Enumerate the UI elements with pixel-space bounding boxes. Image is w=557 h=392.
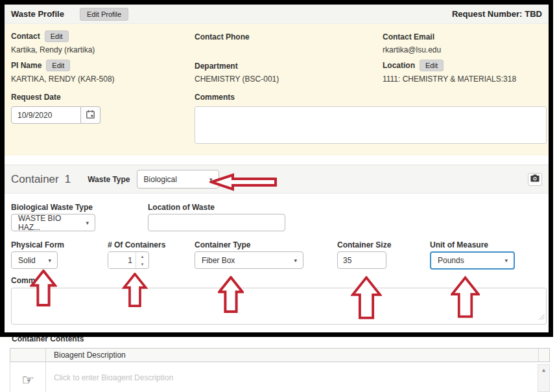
container-type-field: Container Type Fiber Box ▾ xyxy=(195,240,303,269)
location-of-waste-field: Location of Waste xyxy=(148,203,285,231)
request-number-value: TBD xyxy=(525,9,542,19)
resize-handle-icon[interactable] xyxy=(539,311,545,323)
topbar: Waste Profile Edit Profile Request Numbe… xyxy=(5,5,549,24)
waste-type-select[interactable]: Biological ▾ xyxy=(137,170,219,189)
request-number-label: Request Number: xyxy=(452,9,522,19)
physical-form-select[interactable]: Solid ▾ xyxy=(11,251,58,269)
caret-down-icon: ▾ xyxy=(294,257,297,264)
location-of-waste-label: Location of Waste xyxy=(148,203,285,212)
contact-email-value: rkartika@lsu.edu xyxy=(383,45,441,54)
pi-name-field: PI Name Edit KARTIKA, RENDY (KAR-508) xyxy=(11,60,115,84)
waste-type-label: Waste Type xyxy=(88,175,130,184)
container-header: Container1 Waste Type Biological ▾ xyxy=(5,165,549,194)
stepper-down-button[interactable]: ▾ xyxy=(136,260,148,269)
container-number: 1 xyxy=(65,173,71,185)
pi-name-label: PI Name xyxy=(11,61,41,70)
caret-down-icon: ▾ xyxy=(86,220,89,226)
physical-form-field: Physical Form Solid ▾ xyxy=(11,240,64,269)
unit-of-measure-field: Unit of Measure Pounds ▾ xyxy=(430,240,515,270)
unit-of-measure-label: Unit of Measure xyxy=(430,240,515,249)
profile-comments-label: Comments xyxy=(195,93,235,102)
caret-down-icon: ▾ xyxy=(504,257,508,264)
container-type-label: Container Type xyxy=(195,240,303,249)
container-size-input[interactable] xyxy=(337,251,386,269)
contact-email-label: Contact Email xyxy=(383,32,434,41)
physical-form-value: Solid xyxy=(18,256,36,265)
num-of-containers-input[interactable] xyxy=(108,252,136,268)
contact-label: Contact xyxy=(11,32,40,41)
contact-email-field: Contact Email rkartika@lsu.edu xyxy=(383,30,441,54)
biological-waste-type-label: Biological Waste Type xyxy=(11,203,95,212)
scrollbar-up-icon[interactable]: ▴ xyxy=(538,365,549,375)
edit-profile-button[interactable]: Edit Profile xyxy=(80,8,128,21)
caret-down-icon: ▾ xyxy=(48,257,51,264)
location-label: Location xyxy=(383,61,415,70)
quantity-stepper: ▴ ▾ xyxy=(108,251,149,269)
biological-waste-type-value: WASTE BIO HAZ... xyxy=(18,214,80,232)
num-of-containers-label: # Of Containers xyxy=(108,240,165,249)
container-comments-label: Comments xyxy=(11,276,547,285)
page-title: Waste Profile xyxy=(11,9,64,19)
biological-waste-type-field: Biological Waste Type WASTE BIO HAZ... ▾ xyxy=(11,203,95,231)
row-indicator-cell: ☞ xyxy=(10,362,46,392)
location-field: Location Edit 1111: CHEMISTRY & MATERIAL… xyxy=(383,60,516,84)
department-field: Department CHEMISTRY (BSC-001) xyxy=(195,60,279,84)
location-value: 1111: CHEMISTRY & MATERIALS:318 xyxy=(383,75,516,84)
department-label: Department xyxy=(195,62,238,71)
date-picker-button[interactable] xyxy=(81,106,101,124)
contact-value: Kartika, Rendy (rkartika) xyxy=(11,45,95,54)
profile-comments-textarea[interactable] xyxy=(195,106,547,144)
bioagent-description-cell[interactable]: Click to enter Bioagent Description xyxy=(46,362,539,392)
camera-button[interactable] xyxy=(528,173,542,186)
container-type-value: Fiber Box xyxy=(202,256,235,265)
table-header-row: Bioagent Description xyxy=(10,348,550,362)
stepper-up-button[interactable]: ▴ xyxy=(136,252,148,260)
profile-comments-field: Comments xyxy=(195,91,547,144)
container-contents-table: Bioagent Description ☞ Click to enter Bi… xyxy=(10,348,550,392)
hand-pointer-icon: ☞ xyxy=(21,372,34,388)
caret-down-icon: ▾ xyxy=(209,176,213,183)
container-size-field: Container Size xyxy=(337,240,391,269)
unit-of-measure-select[interactable]: Pounds ▾ xyxy=(430,251,515,270)
table-scrollbar[interactable]: ▴ xyxy=(538,364,550,392)
waste-request-page: Waste Profile Edit Profile Request Numbe… xyxy=(0,0,557,392)
table-header-spacer-cell xyxy=(10,349,46,362)
container-contents-title: Container Contents xyxy=(12,334,84,343)
location-of-waste-input[interactable] xyxy=(148,214,285,231)
contact-phone-field: Contact Phone xyxy=(195,30,250,54)
request-date-input[interactable] xyxy=(11,106,81,124)
waste-type-value: Biological xyxy=(144,175,177,184)
table-row: ☞ Click to enter Bioagent Description xyxy=(10,362,539,392)
request-date-field: Request Date xyxy=(11,91,101,124)
container-comments-textarea[interactable] xyxy=(11,288,547,325)
unit-of-measure-value: Pounds xyxy=(438,256,464,265)
container-type-select[interactable]: Fiber Box ▾ xyxy=(195,251,303,269)
bioagent-description-header: Bioagent Description xyxy=(46,349,539,362)
location-edit-button[interactable]: Edit xyxy=(420,60,444,71)
container-comments-field: Comments xyxy=(11,276,547,325)
calendar-icon xyxy=(86,110,95,121)
section-gap xyxy=(5,156,549,165)
physical-form-label: Physical Form xyxy=(11,240,64,249)
profile-section: Contact Edit Kartika, Rendy (rkartika) C… xyxy=(5,24,549,156)
contact-field: Contact Edit Kartika, Rendy (rkartika) xyxy=(11,30,95,54)
camera-icon xyxy=(530,174,539,184)
department-value: CHEMISTRY (BSC-001) xyxy=(195,75,279,84)
table-header-corner-cell xyxy=(539,349,549,362)
num-of-containers-field: # Of Containers ▴ ▾ xyxy=(108,240,165,269)
pi-name-value: KARTIKA, RENDY (KAR-508) xyxy=(11,75,115,84)
container-title: Container1 xyxy=(11,173,71,186)
contact-phone-label: Contact Phone xyxy=(195,32,250,41)
contact-phone-value xyxy=(195,45,250,54)
pi-name-edit-button[interactable]: Edit xyxy=(46,60,70,71)
biological-waste-type-select[interactable]: WASTE BIO HAZ... ▾ xyxy=(11,214,95,231)
container-body: Biological Waste Type WASTE BIO HAZ... ▾… xyxy=(5,194,549,332)
contact-edit-button[interactable]: Edit xyxy=(45,30,69,42)
request-date-label: Request Date xyxy=(11,93,61,102)
container-size-label: Container Size xyxy=(337,240,391,249)
request-number: Request Number:TBD xyxy=(452,9,542,19)
